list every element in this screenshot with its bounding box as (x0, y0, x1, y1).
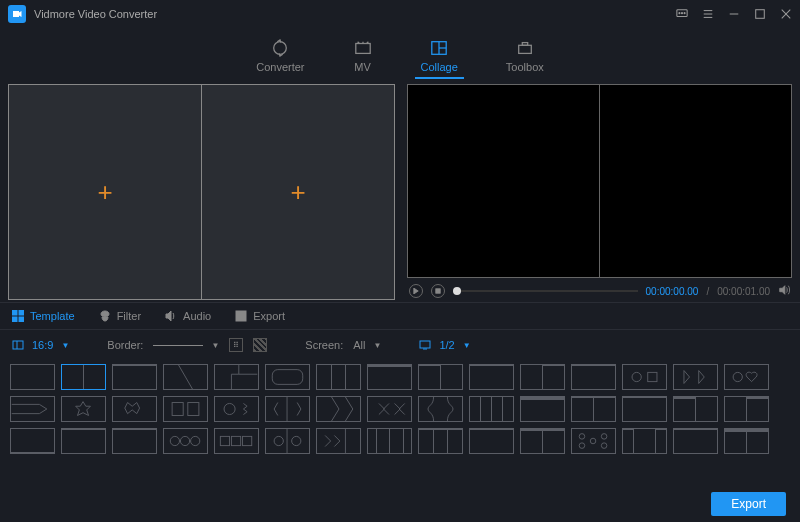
export-button[interactable]: Export (711, 492, 786, 516)
subtab-label: Audio (183, 310, 211, 322)
svg-point-2 (681, 13, 682, 14)
template-item[interactable] (469, 428, 514, 454)
template-item[interactable] (724, 396, 769, 422)
stop-button[interactable] (431, 284, 445, 298)
template-item[interactable] (418, 364, 463, 390)
tab-toolbox[interactable]: Toolbox (506, 39, 544, 73)
template-item[interactable] (469, 364, 514, 390)
template-item[interactable] (163, 396, 208, 422)
transport-bar: 00:00:00.00/00:00:01.00 (407, 278, 792, 300)
template-item[interactable] (61, 428, 106, 454)
template-item[interactable] (622, 396, 667, 422)
template-item[interactable] (673, 428, 718, 454)
plus-icon: + (290, 177, 305, 208)
svg-point-48 (579, 443, 585, 449)
chevron-down-icon: ▼ (463, 341, 471, 350)
border-label: Border: (107, 339, 143, 351)
titlebar: Vidmore Video Converter (0, 0, 800, 28)
svg-rect-31 (648, 372, 657, 381)
subtab-audio[interactable]: Audio (165, 310, 211, 322)
template-item[interactable] (214, 396, 259, 422)
preview-pane (600, 85, 791, 277)
template-item[interactable] (367, 364, 412, 390)
svg-rect-41 (243, 436, 252, 445)
template-item[interactable] (418, 396, 463, 422)
feedback-icon[interactable] (676, 8, 688, 20)
subtab-export[interactable]: Export (235, 310, 285, 322)
template-item[interactable] (10, 396, 55, 422)
template-item[interactable] (316, 396, 361, 422)
tab-collage[interactable]: Collage (421, 39, 458, 73)
template-item[interactable] (724, 428, 769, 454)
page-indicator[interactable]: 1/2 ▼ (419, 339, 470, 351)
subtab-template[interactable]: Template (12, 310, 75, 322)
subtab-filter[interactable]: Filter (99, 310, 141, 322)
template-item[interactable] (418, 428, 463, 454)
template-item[interactable] (112, 428, 157, 454)
collage-slot[interactable]: + (202, 85, 394, 299)
screen-dropdown[interactable]: All ▼ (353, 339, 381, 351)
template-item[interactable] (520, 396, 565, 422)
template-item[interactable] (673, 396, 718, 422)
template-item[interactable] (10, 364, 55, 390)
volume-icon[interactable] (778, 284, 790, 298)
tab-label: MV (354, 61, 371, 73)
template-item[interactable] (316, 428, 361, 454)
svg-rect-33 (172, 403, 183, 416)
template-item[interactable] (265, 428, 310, 454)
template-item[interactable] (214, 364, 259, 390)
border-color-picker[interactable]: ⠿ (229, 338, 243, 352)
template-toolbar: 16:9 ▼ Border: ▼ ⠿ Screen: All ▼ 1/2 ▼ (0, 330, 800, 360)
svg-point-47 (601, 434, 607, 440)
template-item[interactable] (469, 396, 514, 422)
tab-label: Collage (421, 61, 458, 73)
chevron-down-icon: ▼ (61, 341, 69, 350)
template-item[interactable] (265, 396, 310, 422)
template-icon (12, 310, 24, 322)
template-item[interactable] (10, 428, 55, 454)
template-item[interactable] (520, 364, 565, 390)
template-item[interactable] (61, 364, 106, 390)
svg-point-46 (590, 438, 596, 444)
svg-rect-40 (231, 436, 240, 445)
collage-slot[interactable]: + (9, 85, 202, 299)
template-item[interactable] (214, 428, 259, 454)
time-duration: 00:00:01.00 (717, 286, 770, 297)
monitor-icon (419, 340, 431, 350)
close-icon[interactable] (780, 8, 792, 20)
template-item[interactable] (673, 364, 718, 390)
seek-bar[interactable] (453, 290, 638, 292)
template-item[interactable] (61, 396, 106, 422)
template-item[interactable] (520, 428, 565, 454)
menu-icon[interactable] (702, 8, 714, 20)
footer: Export (0, 486, 800, 522)
svg-point-1 (679, 13, 680, 14)
template-item[interactable] (112, 396, 157, 422)
ratio-dropdown[interactable]: 16:9 ▼ (12, 339, 69, 351)
template-item[interactable] (163, 428, 208, 454)
template-item[interactable] (265, 364, 310, 390)
template-item[interactable] (571, 428, 616, 454)
template-item[interactable] (571, 364, 616, 390)
border-style-dropdown[interactable]: ▼ (153, 341, 219, 350)
svg-rect-22 (19, 317, 24, 322)
svg-point-42 (274, 436, 283, 445)
tab-mv[interactable]: MV (353, 39, 373, 73)
template-item[interactable] (163, 364, 208, 390)
preview-viewport (407, 84, 792, 278)
template-item[interactable] (571, 396, 616, 422)
svg-rect-26 (420, 341, 430, 348)
border-pattern-picker[interactable] (253, 338, 267, 352)
template-item[interactable] (112, 364, 157, 390)
template-item[interactable] (316, 364, 361, 390)
template-item[interactable] (367, 396, 412, 422)
maximize-icon[interactable] (754, 8, 766, 20)
template-item[interactable] (622, 428, 667, 454)
minimize-icon[interactable] (728, 8, 740, 20)
template-item[interactable] (622, 364, 667, 390)
template-item[interactable] (724, 364, 769, 390)
template-item[interactable] (367, 428, 412, 454)
play-button[interactable] (409, 284, 423, 298)
svg-point-49 (601, 443, 607, 449)
tab-converter[interactable]: Converter (256, 39, 304, 73)
